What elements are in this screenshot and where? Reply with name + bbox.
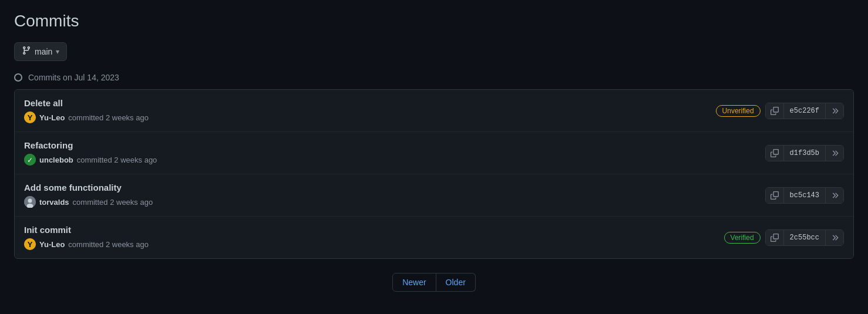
- commit-author[interactable]: Yu-Leo: [39, 113, 65, 122]
- commits-date-header: Commits on Jul 14, 2023: [14, 73, 854, 82]
- commit-right: d1f3d5b: [765, 145, 844, 161]
- commit-message: Delete all: [24, 98, 149, 108]
- svg-text:✓: ✓: [27, 156, 33, 164]
- commit-message: Refactoring: [24, 140, 157, 150]
- commit-hash: 2c55bcc: [784, 230, 826, 245]
- commit-hash: bc5c143: [784, 188, 826, 203]
- page-container: Commits main ▾ Commits on Jul 14, 2023 D…: [0, 0, 868, 303]
- commit-hash: d1f3d5b: [784, 146, 826, 161]
- browse-code-button[interactable]: [826, 103, 843, 119]
- verified-badge: Verified: [724, 232, 761, 244]
- commit-meta: ✓ unclebob committed 2 weeks ago: [24, 154, 157, 166]
- browse-code-button[interactable]: [826, 230, 843, 245]
- browse-code-button[interactable]: [826, 188, 843, 203]
- pagination: Newer Older: [14, 273, 854, 292]
- page-title: Commits: [14, 12, 854, 31]
- commit-author[interactable]: torvalds: [39, 198, 69, 207]
- commit-hash: e5c226f: [784, 103, 826, 119]
- copy-hash-button[interactable]: [766, 146, 784, 161]
- commit-message: Add some functionality: [24, 183, 153, 193]
- commit-hash-group: e5c226f: [765, 103, 844, 119]
- commit-right: Unverified e5c226f: [716, 103, 844, 119]
- branch-selector[interactable]: main ▾: [14, 42, 67, 61]
- commit-item: Refactoring ✓ unclebob committed 2 weeks…: [15, 132, 853, 174]
- commit-hash-group: 2c55bcc: [765, 229, 844, 246]
- svg-point-5: [28, 199, 32, 203]
- commit-author[interactable]: unclebob: [39, 156, 73, 164]
- newer-button[interactable]: Newer: [392, 273, 436, 292]
- commit-committed-text: committed 2 weeks ago: [68, 113, 149, 122]
- avatar: Y: [24, 112, 36, 123]
- commit-committed-text: committed 2 weeks ago: [77, 156, 157, 164]
- commit-meta: torvalds committed 2 weeks ago: [24, 196, 153, 208]
- commit-left: Refactoring ✓ unclebob committed 2 weeks…: [24, 140, 157, 166]
- commits-date-label: Commits on Jul 14, 2023: [28, 73, 119, 82]
- commit-right: bc5c143: [765, 187, 844, 204]
- commit-author[interactable]: Yu-Leo: [39, 240, 65, 249]
- commit-item: Init commit Y Yu-Leo committed 2 weeks a…: [15, 217, 853, 258]
- commits-list: Delete all Y Yu-Leo committed 2 weeks ag…: [14, 89, 854, 259]
- copy-hash-button[interactable]: [766, 230, 784, 245]
- commit-message: Init commit: [24, 225, 149, 235]
- commit-meta: Y Yu-Leo committed 2 weeks ago: [24, 112, 149, 123]
- commit-committed-text: committed 2 weeks ago: [68, 240, 149, 249]
- commit-meta: Y Yu-Leo committed 2 weeks ago: [24, 238, 149, 250]
- commit-left: Add some functionality torvalds committe…: [24, 183, 153, 208]
- branch-chevron: ▾: [56, 48, 59, 56]
- older-button[interactable]: Older: [436, 273, 476, 292]
- unverified-badge: Unverified: [716, 105, 761, 117]
- commit-hash-group: bc5c143: [765, 187, 844, 204]
- commit-committed-text: committed 2 weeks ago: [73, 198, 153, 207]
- commit-item: Delete all Y Yu-Leo committed 2 weeks ag…: [15, 90, 853, 132]
- avatar: ✓: [24, 154, 36, 166]
- commit-right: Verified 2c55bcc: [724, 229, 844, 246]
- copy-hash-button[interactable]: [766, 188, 784, 203]
- svg-text:Y: Y: [28, 240, 33, 249]
- branch-name: main: [35, 47, 52, 56]
- commit-left: Delete all Y Yu-Leo committed 2 weeks ag…: [24, 98, 149, 123]
- svg-text:Y: Y: [28, 113, 33, 122]
- commit-hash-group: d1f3d5b: [765, 145, 844, 161]
- commit-item: Add some functionality torvalds committe…: [15, 174, 853, 217]
- avatar: Y: [24, 238, 36, 250]
- commit-left: Init commit Y Yu-Leo committed 2 weeks a…: [24, 225, 149, 250]
- copy-hash-button[interactable]: [766, 103, 784, 119]
- avatar: [24, 196, 36, 208]
- browse-code-button[interactable]: [826, 146, 843, 161]
- branch-icon: [22, 46, 31, 58]
